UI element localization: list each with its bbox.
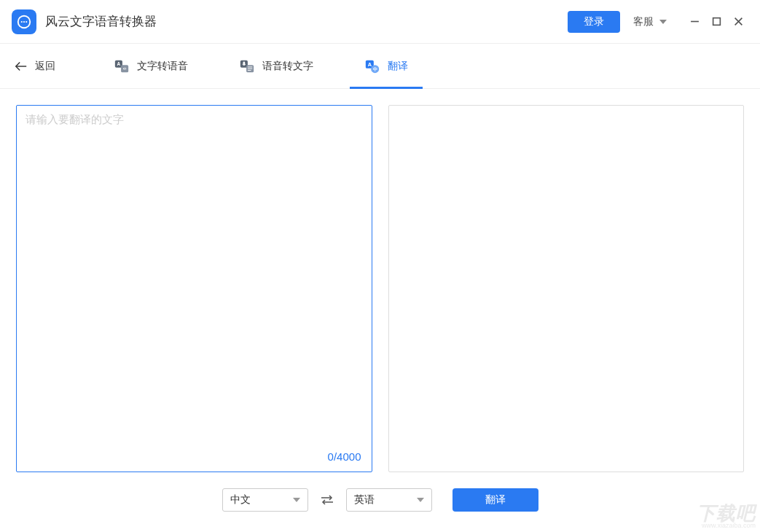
controls-bar: 中文 英语 翻译	[0, 488, 760, 520]
text-to-speech-icon: A	[114, 58, 130, 74]
tab-text-to-speech[interactable]: A 文字转语音	[99, 44, 203, 89]
tab-label: 翻译	[388, 60, 408, 73]
source-language-select[interactable]: 中文	[222, 488, 308, 512]
translate-button[interactable]: 翻译	[453, 488, 538, 512]
swap-languages-button[interactable]	[318, 491, 336, 509]
close-button[interactable]	[728, 12, 748, 32]
swap-icon	[320, 494, 334, 506]
tab-label: 文字转语音	[137, 60, 188, 73]
customer-service-link[interactable]: 客服	[633, 15, 654, 28]
tab-translate[interactable]: A 中 翻译	[350, 44, 423, 89]
target-language-label: 英语	[354, 493, 375, 506]
output-pane	[388, 105, 745, 472]
svg-rect-14	[243, 61, 246, 65]
char-counter: 0/4000	[328, 450, 361, 463]
title-bar: 风云文字语音转换器 登录 客服	[0, 0, 760, 44]
watermark-sub: www.xiazaiba.com	[697, 523, 756, 529]
content-area: 0/4000	[0, 89, 760, 488]
svg-point-2	[21, 20, 23, 22]
minimize-button[interactable]	[684, 12, 705, 32]
chevron-down-icon	[293, 498, 300, 502]
back-label: 返回	[35, 60, 55, 73]
svg-text:A: A	[368, 61, 372, 68]
tab-speech-to-text[interactable]: 语音转文字	[224, 44, 328, 89]
input-pane: 0/4000	[16, 105, 372, 472]
arrow-left-icon	[15, 61, 28, 71]
tab-label: 语音转文字	[262, 60, 313, 73]
app-title: 风云文字语音转换器	[45, 13, 157, 30]
target-language-select[interactable]: 英语	[346, 488, 432, 512]
source-textarea[interactable]	[26, 113, 363, 448]
chevron-down-icon	[417, 498, 424, 502]
nav-bar: 返回 A 文字转语音 语音转文字	[0, 44, 760, 89]
translate-icon: A 中	[364, 58, 380, 74]
svg-rect-6	[713, 18, 720, 26]
chevron-down-icon[interactable]	[659, 20, 667, 24]
svg-rect-12	[121, 65, 128, 72]
source-language-label: 中文	[230, 493, 251, 506]
speech-to-text-icon	[239, 58, 255, 74]
back-button[interactable]: 返回	[15, 60, 55, 73]
svg-text:A: A	[117, 61, 121, 66]
svg-point-3	[23, 20, 25, 22]
svg-text:中: 中	[373, 66, 377, 71]
svg-point-4	[26, 20, 27, 22]
app-logo	[12, 9, 36, 34]
login-button[interactable]: 登录	[568, 11, 620, 33]
maximize-button[interactable]	[706, 12, 726, 32]
